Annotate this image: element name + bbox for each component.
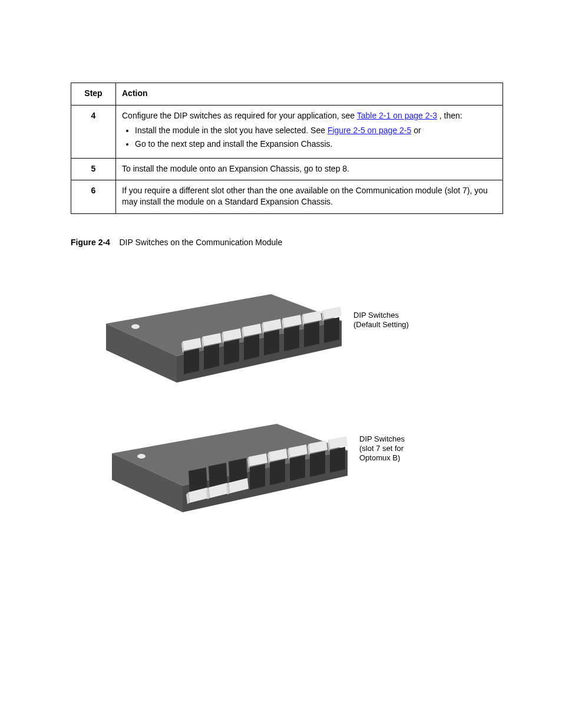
link-table-2-1[interactable]: Table 2-1 on page 2-3 bbox=[357, 111, 437, 120]
fig-label-top: DIP Switches (Default Setting) bbox=[353, 311, 409, 329]
svg-marker-22 bbox=[304, 321, 319, 347]
table-row: 5 To install the module onto an Expansio… bbox=[71, 158, 503, 180]
table-row: 4 Configure the DIP switches as required… bbox=[71, 105, 503, 158]
col-head-action: Action bbox=[116, 83, 503, 106]
step-action: Configure the DIP switches as required f… bbox=[116, 105, 503, 158]
svg-marker-10 bbox=[224, 339, 239, 365]
step4-pretext: Configure the DIP switches as required f… bbox=[122, 111, 357, 120]
svg-marker-44 bbox=[270, 459, 285, 485]
svg-marker-13 bbox=[244, 334, 259, 360]
step5-text: To install the module onto an Expansion … bbox=[122, 164, 349, 173]
step-number: 6 bbox=[71, 180, 116, 214]
svg-marker-16 bbox=[264, 330, 279, 355]
step-number: 5 bbox=[71, 158, 116, 180]
figure-title: DIP Switches on the Communication Module bbox=[119, 238, 282, 247]
figure-label: Figure 2-4 bbox=[71, 238, 110, 247]
svg-point-3 bbox=[131, 324, 140, 329]
list-item: Go to the next step and install the Expa… bbox=[135, 139, 497, 150]
dip-switch-illustration: DIP Switches (Default Setting) bbox=[88, 247, 418, 518]
svg-marker-53 bbox=[330, 447, 345, 473]
step-action: To install the module onto an Expansion … bbox=[116, 158, 503, 180]
svg-marker-19 bbox=[284, 325, 299, 351]
list-item: Install the module in the slot you have … bbox=[135, 125, 497, 136]
figure-2-4: Figure 2-4 DIP Switches on the Communica… bbox=[71, 238, 503, 521]
step-number: 4 bbox=[71, 105, 116, 158]
svg-point-31 bbox=[137, 454, 146, 459]
step-action: If you require a different slot other th… bbox=[116, 180, 503, 214]
step4-bullets: Install the module in the slot you have … bbox=[135, 125, 497, 150]
step6-text: If you require a different slot other th… bbox=[122, 186, 488, 206]
col-head-step: Step bbox=[71, 83, 116, 106]
svg-marker-4 bbox=[184, 348, 199, 374]
page: Step Action 4 Configure the DIP switches… bbox=[0, 0, 562, 728]
table-row: 6 If you require a different slot other … bbox=[71, 180, 503, 214]
svg-marker-50 bbox=[310, 451, 325, 477]
svg-marker-41 bbox=[250, 464, 265, 490]
steps-table: Step Action 4 Configure the DIP switches… bbox=[71, 83, 503, 214]
bullet1-pre: Install the module in the slot you have … bbox=[135, 126, 328, 135]
fig-label-bottom: DIP Switches (slot 7 set for Optomux B) bbox=[359, 434, 407, 462]
figure-caption: Figure 2-4 DIP Switches on the Communica… bbox=[71, 238, 503, 247]
svg-marker-47 bbox=[290, 455, 305, 481]
svg-marker-7 bbox=[204, 344, 219, 370]
link-figure-2-5[interactable]: Figure 2-5 on page 2-5 bbox=[328, 126, 411, 135]
step4-posttext: , then: bbox=[439, 111, 462, 120]
svg-marker-25 bbox=[324, 317, 339, 343]
bullet2-text: Go to the next step and install the Expa… bbox=[135, 139, 332, 149]
bullet1-post: or bbox=[414, 126, 421, 135]
